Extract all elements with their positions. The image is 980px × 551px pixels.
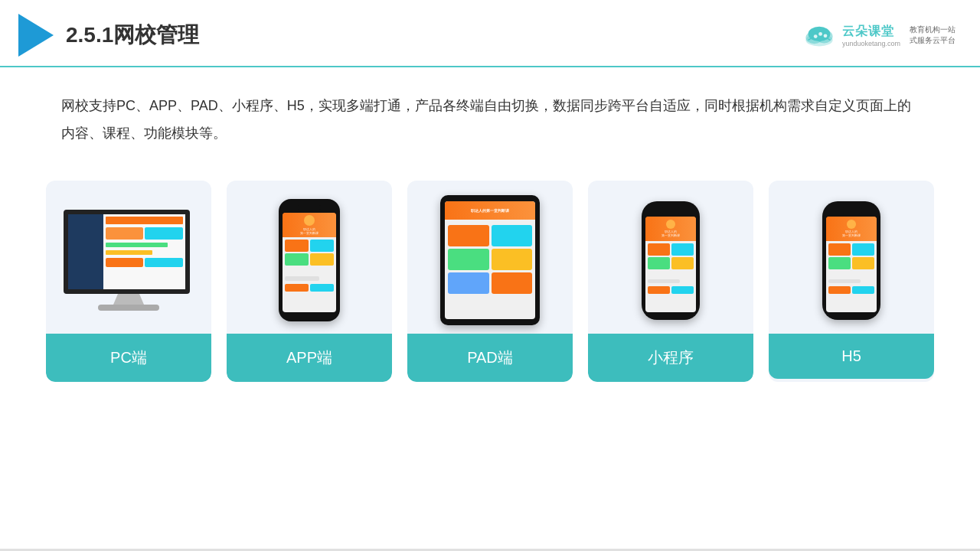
brand-url: yunduoketang.com [842,40,900,47]
svg-point-5 [818,32,822,36]
card-pad: 职达人的第一堂判断课 PAD端 [407,181,573,382]
brand-name: 云朵课堂 [842,24,894,40]
h5-phone-icon: 职达人的第一堂判断课 [822,201,880,320]
header: 2.5.1网校管理 云朵课堂 yunduoketang.com 教育机构一站 式… [0,0,980,67]
card-app-image: 职达人的第一堂判断课 [227,181,392,334]
card-pc: PC端 [46,181,211,382]
card-miniprogram-image: 职达人的第一堂判断课 [588,181,753,334]
pc-monitor-icon [64,210,194,311]
card-pc-label: PC端 [46,334,211,382]
card-h5: 职达人的第一堂判断课 [769,181,934,382]
description-text: 网校支持PC、APP、PAD、小程序、H5，实现多端打通，产品各终端自由切换，数… [0,67,980,159]
header-right: 云朵课堂 yunduoketang.com 教育机构一站 式服务云平台 [801,23,956,47]
card-h5-label: H5 [769,334,934,379]
pad-tablet-icon: 职达人的第一堂判断课 [440,195,540,325]
brand-slogan: 教育机构一站 式服务云平台 [910,24,956,46]
cards-container: PC端 职达人的第一堂判断课 [0,159,980,382]
app-phone-icon: 职达人的第一堂判断课 [279,199,340,321]
card-app-label: APP端 [227,334,392,382]
brand-text: 云朵课堂 yunduoketang.com [842,24,900,47]
card-h5-image: 职达人的第一堂判断课 [769,181,934,334]
cloud-icon [801,23,838,47]
card-pad-label: PAD端 [407,334,573,382]
description-paragraph: 网校支持PC、APP、PAD、小程序、H5，实现多端打通，产品各终端自由切换，数… [61,92,919,147]
card-miniprogram-label: 小程序 [588,334,753,382]
card-pad-image: 职达人的第一堂判断课 [407,181,573,334]
svg-point-4 [814,34,818,38]
header-left: 2.5.1网校管理 [18,14,199,57]
miniprogram-phone-icon: 职达人的第一堂判断课 [642,201,700,320]
page-title: 2.5.1网校管理 [66,21,199,50]
card-pc-image [46,181,211,334]
brand-logo: 云朵课堂 yunduoketang.com 教育机构一站 式服务云平台 [801,23,956,47]
card-miniprogram: 职达人的第一堂判断课 [588,181,753,382]
svg-point-6 [824,34,828,37]
card-app: 职达人的第一堂判断课 [227,181,392,382]
logo-triangle-icon [18,14,54,57]
